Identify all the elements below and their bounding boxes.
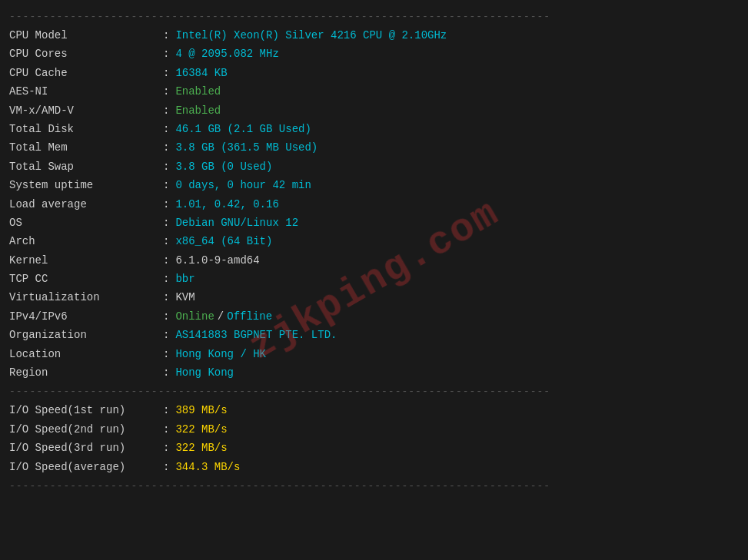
row-colon: :: [163, 102, 169, 119]
system-info-row: Region: Hong Kong: [9, 364, 739, 381]
row-label: TCP CC: [9, 270, 163, 287]
system-info-row: TCP CC: bbr: [9, 270, 739, 287]
row-label: VM-x/AMD-V: [9, 102, 163, 119]
row-colon: :: [163, 270, 169, 287]
row-label: Organization: [9, 326, 163, 343]
row-value: KVM: [175, 289, 194, 306]
system-info-row: Total Mem: 3.8 GB (361.5 MB Used): [9, 139, 739, 156]
row-label: CPU Cache: [9, 65, 163, 81]
io-speed-row: I/O Speed(average): 344.3 MB/s: [9, 459, 739, 476]
row-value: 6.1.0-9-amd64: [175, 252, 259, 269]
system-info-row: Total Swap: 3.8 GB (0 Used): [9, 158, 739, 175]
row-colon: :: [163, 139, 169, 156]
io-speed-row: I/O Speed(1st run): 389 MB/s: [9, 402, 739, 419]
system-info-row: Organization: AS141883 BGPNET PTE. LTD.: [9, 326, 739, 343]
row-value: Intel(R) Xeon(R) Silver 4216 CPU @ 2.10G…: [175, 27, 447, 44]
row-value: x86_64 (64 Bit): [175, 233, 272, 250]
row-value: 1.01, 0.42, 0.16: [175, 196, 278, 213]
row-value: 3.8 GB (0 Used): [175, 158, 272, 175]
row-label: Location: [9, 346, 163, 363]
row-label: I/O Speed(2nd run): [9, 421, 163, 438]
row-colon: :: [163, 346, 169, 363]
row-label: OS: [9, 214, 163, 231]
system-info-row: System uptime: 0 days, 0 hour 42 min: [9, 177, 739, 194]
row-label: Total Swap: [9, 158, 163, 175]
row-label: I/O Speed(1st run): [9, 402, 163, 419]
row-label: Arch: [9, 233, 163, 250]
row-colon: :: [163, 65, 169, 81]
row-colon: :: [163, 252, 169, 269]
row-colon: :: [163, 177, 169, 194]
system-info-section: CPU Model: Intel(R) Xeon(R) Silver 4216 …: [9, 27, 739, 381]
row-colon: :: [163, 158, 169, 175]
row-colon: :: [163, 45, 169, 62]
row-colon: :: [163, 421, 169, 438]
system-info-row: Arch: x86_64 (64 Bit): [9, 233, 739, 250]
slash-separator: /: [218, 308, 224, 325]
row-colon: :: [163, 308, 169, 325]
system-info-row: Total Disk: 46.1 GB (2.1 GB Used): [9, 121, 739, 138]
row-label: Total Mem: [9, 139, 163, 156]
row-value: AS141883 BGPNET PTE. LTD.: [175, 326, 337, 343]
system-info-row: IPv4/IPv6: Online / Offline: [9, 308, 739, 325]
io-speed-row: I/O Speed(2nd run): 322 MB/s: [9, 421, 739, 438]
row-label: System uptime: [9, 177, 163, 194]
row-label: Load average: [9, 196, 163, 213]
row-label: I/O Speed(average): [9, 459, 163, 476]
system-info-row: Load average: 1.01, 0.42, 0.16: [9, 196, 739, 213]
system-info-row: CPU Cache: 16384 KB: [9, 65, 739, 81]
row-label: IPv4/IPv6: [9, 308, 163, 325]
ipv6-status: Offline: [227, 308, 272, 325]
row-value: 344.3 MB/s: [175, 459, 240, 476]
row-label: Region: [9, 364, 163, 381]
system-info-row: CPU Cores: 4 @ 2095.082 MHz: [9, 45, 739, 62]
system-info-row: AES-NI: Enabled: [9, 83, 739, 100]
row-colon: :: [163, 402, 169, 419]
row-value: Hong Kong: [175, 364, 234, 381]
row-label: Virtualization: [9, 289, 163, 306]
row-value: 3.8 GB (361.5 MB Used): [175, 139, 317, 156]
row-value: Enabled: [175, 102, 221, 119]
row-value: 322 MB/s: [175, 421, 227, 438]
row-value: 16384 KB: [175, 65, 227, 81]
row-colon: :: [163, 214, 169, 231]
top-divider: ----------------------------------------…: [9, 11, 739, 22]
row-colon: :: [163, 196, 169, 213]
system-info-row: OS: Debian GNU/Linux 12: [9, 214, 739, 231]
row-colon: :: [163, 364, 169, 381]
row-label: CPU Model: [9, 27, 163, 44]
row-colon: :: [163, 121, 169, 138]
row-value: 4 @ 2095.082 MHz: [175, 45, 278, 62]
row-label: Kernel: [9, 252, 163, 269]
row-colon: :: [163, 27, 169, 44]
row-value: bbr: [175, 270, 194, 287]
ipv4-status: Online: [175, 308, 214, 325]
row-colon: :: [163, 289, 169, 306]
row-label: I/O Speed(3rd run): [9, 439, 163, 456]
io-speed-section: I/O Speed(1st run): 389 MB/sI/O Speed(2n…: [9, 402, 739, 476]
row-colon: :: [163, 326, 169, 343]
row-colon: :: [163, 459, 169, 476]
system-info-row: CPU Model: Intel(R) Xeon(R) Silver 4216 …: [9, 27, 739, 44]
row-label: CPU Cores: [9, 45, 163, 62]
row-value: Hong Kong / HK: [175, 346, 266, 363]
io-speed-row: I/O Speed(3rd run): 322 MB/s: [9, 439, 739, 456]
row-label: Total Disk: [9, 121, 163, 138]
row-value: Debian GNU/Linux 12: [175, 214, 298, 231]
row-colon: :: [163, 233, 169, 250]
row-value: 46.1 GB (2.1 GB Used): [175, 121, 311, 138]
bottom-divider: ----------------------------------------…: [9, 480, 739, 492]
row-value: 322 MB/s: [175, 439, 227, 456]
row-value: 0 days, 0 hour 42 min: [175, 177, 311, 194]
system-info-row: VM-x/AMD-V: Enabled: [9, 102, 739, 119]
row-value: 389 MB/s: [175, 402, 227, 419]
system-info-row: Location: Hong Kong / HK: [9, 346, 739, 363]
row-colon: :: [163, 439, 169, 456]
mid-divider: ----------------------------------------…: [9, 386, 739, 397]
system-info-row: Kernel: 6.1.0-9-amd64: [9, 252, 739, 269]
row-colon: :: [163, 83, 169, 100]
system-info-row: Virtualization: KVM: [9, 289, 739, 306]
row-label: AES-NI: [9, 83, 163, 100]
row-value: Enabled: [175, 83, 221, 100]
